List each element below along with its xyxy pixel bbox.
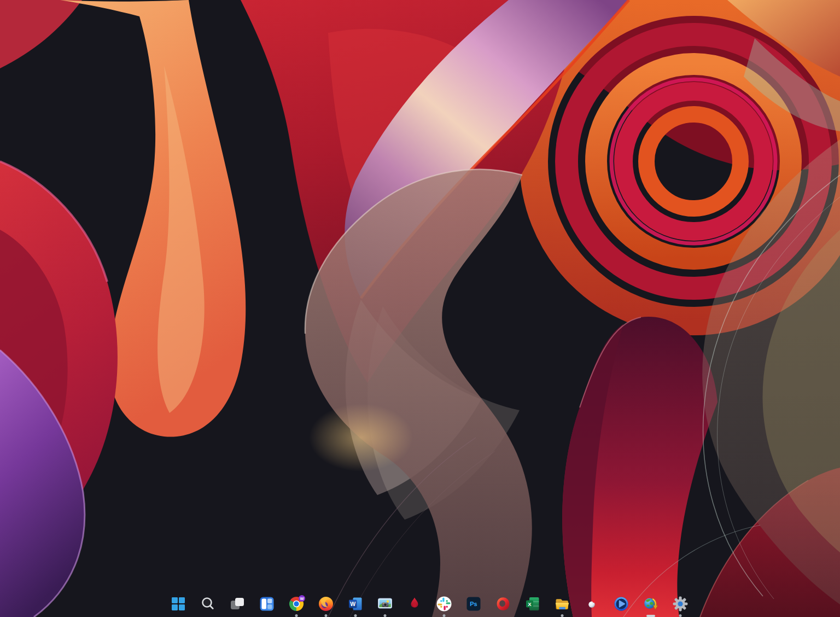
windows-start-icon: [170, 596, 186, 612]
chrome-profile-badge: W: [299, 595, 305, 602]
firefox-button[interactable]: [315, 593, 337, 615]
settings-button[interactable]: [669, 593, 691, 615]
media-player-button[interactable]: [610, 593, 632, 615]
office-icon: [495, 596, 511, 612]
settings-gear-icon: [672, 596, 689, 612]
widgets-button[interactable]: [256, 593, 278, 615]
word-icon: W: [347, 596, 364, 612]
sphere-app-button[interactable]: [581, 593, 603, 615]
slack-icon: [436, 596, 452, 612]
idm-icon: [643, 596, 659, 612]
chrome-icon: W: [288, 596, 305, 612]
running-indicator: [561, 614, 564, 617]
widgets-icon: [259, 596, 275, 612]
task-view-icon: [229, 596, 246, 612]
photoshop-button[interactable]: Ps: [463, 593, 485, 615]
flame-icon: [406, 596, 423, 612]
firefox-icon: [318, 596, 334, 612]
sphere-app-icon: [585, 597, 598, 610]
slack-button[interactable]: [433, 593, 455, 615]
file-explorer-icon: [554, 596, 570, 612]
photo-viewer-button[interactable]: [374, 593, 396, 615]
excel-button[interactable]: X: [522, 593, 544, 615]
start-button[interactable]: [167, 593, 189, 615]
active-indicator: [646, 615, 655, 617]
taskbar-icon-row: W: [167, 593, 691, 615]
taskbar: W: [0, 591, 840, 617]
photoshop-icon: Ps: [465, 596, 482, 612]
running-indicator: [384, 614, 387, 617]
chrome-button[interactable]: W: [285, 593, 307, 615]
word-button[interactable]: W: [345, 593, 366, 615]
svg-text:X: X: [528, 601, 532, 607]
svg-text:W: W: [300, 596, 304, 601]
flame-app-button[interactable]: [404, 593, 425, 615]
media-player-icon: [613, 596, 629, 612]
idm-button[interactable]: [640, 593, 662, 615]
running-indicator: [354, 614, 357, 617]
wallpaper: [0, 0, 840, 617]
running-indicator: [295, 614, 298, 617]
running-indicator: [443, 614, 446, 617]
svg-text:W: W: [350, 601, 355, 607]
excel-icon: X: [524, 596, 541, 612]
task-view-button[interactable]: [226, 593, 248, 615]
photo-viewer-icon: [377, 596, 393, 612]
running-indicator: [679, 614, 682, 617]
search-button[interactable]: [197, 593, 219, 615]
office-button[interactable]: [492, 593, 514, 615]
svg-text:Ps: Ps: [470, 601, 477, 607]
file-explorer-button[interactable]: [551, 593, 573, 615]
running-indicator: [325, 614, 328, 617]
search-icon: [200, 596, 216, 612]
